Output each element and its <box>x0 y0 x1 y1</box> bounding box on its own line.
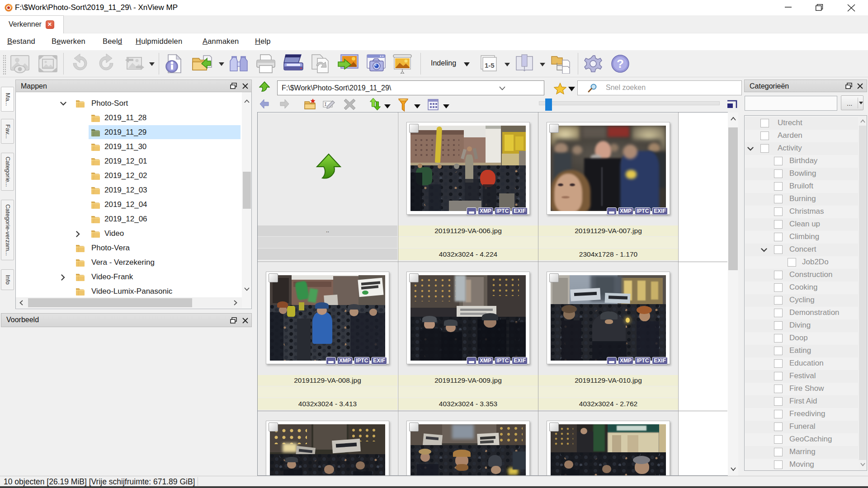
svg-text:?: ? <box>617 57 624 70</box>
svg-text:1-5: 1-5 <box>485 61 495 69</box>
svg-text:I: I <box>324 102 327 107</box>
